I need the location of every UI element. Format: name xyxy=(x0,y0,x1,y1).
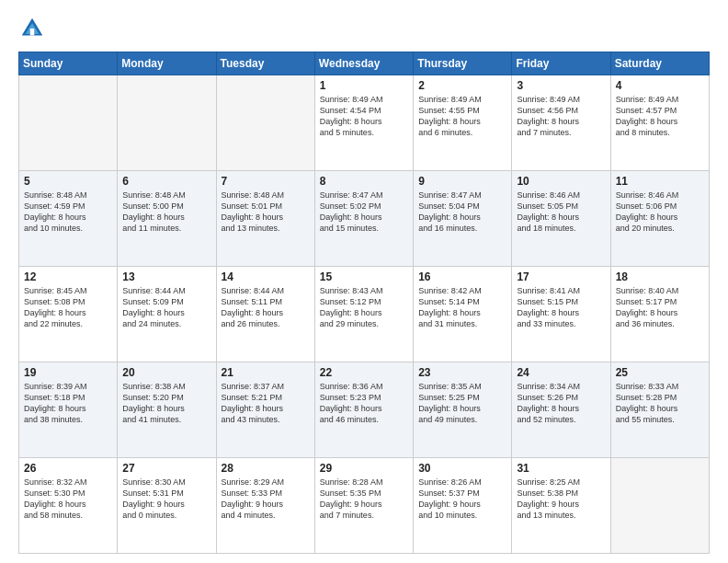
day-info: Sunrise: 8:32 AM Sunset: 5:30 PM Dayligh… xyxy=(24,477,112,522)
day-cell: 16Sunrise: 8:42 AM Sunset: 5:14 PM Dayli… xyxy=(414,267,512,362)
day-cell: 28Sunrise: 8:29 AM Sunset: 5:33 PM Dayli… xyxy=(216,458,314,554)
day-info: Sunrise: 8:39 AM Sunset: 5:18 PM Dayligh… xyxy=(24,381,112,426)
day-info: Sunrise: 8:47 AM Sunset: 5:04 PM Dayligh… xyxy=(418,190,506,235)
day-info: Sunrise: 8:38 AM Sunset: 5:20 PM Dayligh… xyxy=(122,381,210,426)
day-number: 11 xyxy=(616,175,704,188)
day-info: Sunrise: 8:28 AM Sunset: 5:35 PM Dayligh… xyxy=(320,477,408,522)
day-info: Sunrise: 8:48 AM Sunset: 5:00 PM Dayligh… xyxy=(122,190,210,235)
weekday-header-saturday: Saturday xyxy=(610,52,709,75)
day-cell: 14Sunrise: 8:44 AM Sunset: 5:11 PM Dayli… xyxy=(216,267,314,362)
day-cell: 9Sunrise: 8:47 AM Sunset: 5:04 PM Daylig… xyxy=(414,171,512,267)
day-number: 2 xyxy=(418,79,506,92)
day-number: 1 xyxy=(320,79,408,92)
day-info: Sunrise: 8:45 AM Sunset: 5:08 PM Dayligh… xyxy=(24,285,112,330)
week-row-3: 19Sunrise: 8:39 AM Sunset: 5:18 PM Dayli… xyxy=(19,362,710,458)
day-number: 27 xyxy=(122,462,210,475)
day-number: 3 xyxy=(517,79,605,92)
day-cell: 5Sunrise: 8:48 AM Sunset: 4:59 PM Daylig… xyxy=(19,171,118,267)
logo xyxy=(18,15,50,42)
day-info: Sunrise: 8:36 AM Sunset: 5:23 PM Dayligh… xyxy=(320,381,408,426)
weekday-header-wednesday: Wednesday xyxy=(314,52,413,75)
day-cell xyxy=(610,458,709,554)
week-row-4: 26Sunrise: 8:32 AM Sunset: 5:30 PM Dayli… xyxy=(19,458,710,554)
week-row-0: 1Sunrise: 8:49 AM Sunset: 4:54 PM Daylig… xyxy=(19,75,710,171)
day-info: Sunrise: 8:37 AM Sunset: 5:21 PM Dayligh… xyxy=(222,381,310,426)
day-cell: 26Sunrise: 8:32 AM Sunset: 5:30 PM Dayli… xyxy=(19,458,118,554)
day-cell: 29Sunrise: 8:28 AM Sunset: 5:35 PM Dayli… xyxy=(314,458,413,554)
day-cell: 24Sunrise: 8:34 AM Sunset: 5:26 PM Dayli… xyxy=(512,362,610,458)
day-cell: 23Sunrise: 8:35 AM Sunset: 5:25 PM Dayli… xyxy=(414,362,512,458)
day-number: 19 xyxy=(24,366,112,379)
day-info: Sunrise: 8:34 AM Sunset: 5:26 PM Dayligh… xyxy=(517,381,605,426)
day-number: 28 xyxy=(222,462,310,475)
day-info: Sunrise: 8:43 AM Sunset: 5:12 PM Dayligh… xyxy=(320,285,408,330)
day-cell: 31Sunrise: 8:25 AM Sunset: 5:38 PM Dayli… xyxy=(512,458,610,554)
day-number: 29 xyxy=(320,462,408,475)
weekday-header-thursday: Thursday xyxy=(414,52,512,75)
day-info: Sunrise: 8:35 AM Sunset: 5:25 PM Dayligh… xyxy=(418,381,506,426)
day-cell: 27Sunrise: 8:30 AM Sunset: 5:31 PM Dayli… xyxy=(118,458,216,554)
day-number: 14 xyxy=(222,270,310,283)
day-cell: 21Sunrise: 8:37 AM Sunset: 5:21 PM Dayli… xyxy=(216,362,314,458)
day-cell: 6Sunrise: 8:48 AM Sunset: 5:00 PM Daylig… xyxy=(118,171,216,267)
weekday-header-monday: Monday xyxy=(118,52,216,75)
day-cell: 8Sunrise: 8:47 AM Sunset: 5:02 PM Daylig… xyxy=(314,171,413,267)
day-number: 6 xyxy=(122,175,210,188)
day-info: Sunrise: 8:49 AM Sunset: 4:57 PM Dayligh… xyxy=(616,94,704,139)
day-info: Sunrise: 8:40 AM Sunset: 5:17 PM Dayligh… xyxy=(616,285,704,330)
day-cell: 20Sunrise: 8:38 AM Sunset: 5:20 PM Dayli… xyxy=(118,362,216,458)
day-info: Sunrise: 8:33 AM Sunset: 5:28 PM Dayligh… xyxy=(616,381,704,426)
day-info: Sunrise: 8:46 AM Sunset: 5:05 PM Dayligh… xyxy=(517,190,605,235)
day-cell xyxy=(216,75,314,171)
day-number: 16 xyxy=(418,270,506,283)
day-number: 18 xyxy=(616,270,704,283)
day-cell: 17Sunrise: 8:41 AM Sunset: 5:15 PM Dayli… xyxy=(512,267,610,362)
day-cell xyxy=(19,75,118,171)
day-number: 24 xyxy=(517,366,605,379)
logo-icon xyxy=(18,15,46,42)
weekday-header-sunday: Sunday xyxy=(19,52,118,75)
day-number: 31 xyxy=(517,462,605,475)
day-info: Sunrise: 8:29 AM Sunset: 5:33 PM Dayligh… xyxy=(222,477,310,522)
day-cell: 1Sunrise: 8:49 AM Sunset: 4:54 PM Daylig… xyxy=(314,75,413,171)
day-info: Sunrise: 8:44 AM Sunset: 5:09 PM Dayligh… xyxy=(122,285,210,330)
day-info: Sunrise: 8:30 AM Sunset: 5:31 PM Dayligh… xyxy=(122,477,210,522)
day-number: 12 xyxy=(24,270,112,283)
day-info: Sunrise: 8:26 AM Sunset: 5:37 PM Dayligh… xyxy=(418,477,506,522)
day-number: 21 xyxy=(222,366,310,379)
day-info: Sunrise: 8:47 AM Sunset: 5:02 PM Dayligh… xyxy=(320,190,408,235)
day-cell: 10Sunrise: 8:46 AM Sunset: 5:05 PM Dayli… xyxy=(512,171,610,267)
day-cell: 18Sunrise: 8:40 AM Sunset: 5:17 PM Dayli… xyxy=(610,267,709,362)
day-cell: 12Sunrise: 8:45 AM Sunset: 5:08 PM Dayli… xyxy=(19,267,118,362)
weekday-header-row: SundayMondayTuesdayWednesdayThursdayFrid… xyxy=(19,52,710,75)
day-number: 30 xyxy=(418,462,506,475)
day-cell: 3Sunrise: 8:49 AM Sunset: 4:56 PM Daylig… xyxy=(512,75,610,171)
day-info: Sunrise: 8:49 AM Sunset: 4:55 PM Dayligh… xyxy=(418,94,506,139)
day-number: 15 xyxy=(320,270,408,283)
weekday-header-friday: Friday xyxy=(512,52,610,75)
day-number: 25 xyxy=(616,366,704,379)
day-info: Sunrise: 8:49 AM Sunset: 4:56 PM Dayligh… xyxy=(517,94,605,139)
day-cell xyxy=(118,75,216,171)
day-number: 8 xyxy=(320,175,408,188)
day-cell: 30Sunrise: 8:26 AM Sunset: 5:37 PM Dayli… xyxy=(414,458,512,554)
week-row-2: 12Sunrise: 8:45 AM Sunset: 5:08 PM Dayli… xyxy=(19,267,710,362)
day-number: 22 xyxy=(320,366,408,379)
week-row-1: 5Sunrise: 8:48 AM Sunset: 4:59 PM Daylig… xyxy=(19,171,710,267)
day-number: 26 xyxy=(24,462,112,475)
day-cell: 22Sunrise: 8:36 AM Sunset: 5:23 PM Dayli… xyxy=(314,362,413,458)
day-cell: 15Sunrise: 8:43 AM Sunset: 5:12 PM Dayli… xyxy=(314,267,413,362)
day-number: 7 xyxy=(222,175,310,188)
svg-rect-2 xyxy=(30,29,35,36)
day-number: 13 xyxy=(122,270,210,283)
day-info: Sunrise: 8:49 AM Sunset: 4:54 PM Dayligh… xyxy=(320,94,408,139)
page: SundayMondayTuesdayWednesdayThursdayFrid… xyxy=(0,0,728,563)
day-number: 5 xyxy=(24,175,112,188)
day-number: 4 xyxy=(616,79,704,92)
weekday-header-tuesday: Tuesday xyxy=(216,52,314,75)
day-number: 23 xyxy=(418,366,506,379)
day-info: Sunrise: 8:46 AM Sunset: 5:06 PM Dayligh… xyxy=(616,190,704,235)
day-number: 9 xyxy=(418,175,506,188)
day-cell: 11Sunrise: 8:46 AM Sunset: 5:06 PM Dayli… xyxy=(610,171,709,267)
day-cell: 25Sunrise: 8:33 AM Sunset: 5:28 PM Dayli… xyxy=(610,362,709,458)
